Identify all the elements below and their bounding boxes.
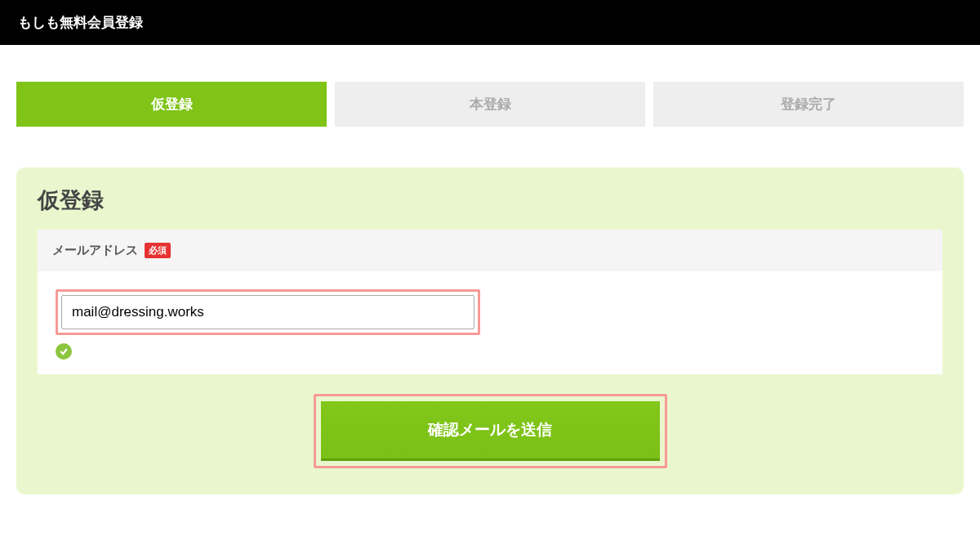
header-title: もしも無料会員登録 bbox=[18, 15, 143, 30]
submit-highlight: 確認メールを送信 bbox=[314, 394, 667, 468]
header-bar: もしも無料会員登録 bbox=[0, 0, 980, 45]
input-highlight bbox=[56, 289, 480, 335]
panel-title: 仮登録 bbox=[38, 186, 942, 215]
registration-panel: 仮登録 メールアドレス 必須 確認メールを送信 bbox=[16, 168, 964, 494]
tab-label: 登録完了 bbox=[781, 96, 836, 112]
email-field-block: メールアドレス 必須 bbox=[38, 230, 942, 374]
tab-complete[interactable]: 登録完了 bbox=[653, 82, 964, 127]
tab-label: 本登録 bbox=[470, 96, 511, 112]
email-label: メールアドレス bbox=[52, 243, 138, 258]
submit-button[interactable]: 確認メールを送信 bbox=[321, 401, 660, 461]
required-badge: 必須 bbox=[145, 243, 171, 258]
field-header: メールアドレス 必須 bbox=[38, 230, 942, 271]
main-container: 仮登録 本登録 登録完了 仮登録 メールアドレス 必須 bbox=[0, 82, 980, 494]
tab-provisional[interactable]: 仮登録 bbox=[16, 82, 327, 127]
tab-main-registration[interactable]: 本登録 bbox=[335, 82, 645, 127]
submit-wrap: 確認メールを送信 bbox=[38, 394, 942, 468]
submit-label: 確認メールを送信 bbox=[428, 421, 552, 438]
progress-tabs: 仮登録 本登録 登録完了 bbox=[16, 82, 964, 127]
tab-label: 仮登録 bbox=[151, 96, 193, 112]
check-icon bbox=[56, 343, 72, 360]
field-body bbox=[38, 271, 942, 374]
email-input[interactable] bbox=[61, 295, 474, 329]
